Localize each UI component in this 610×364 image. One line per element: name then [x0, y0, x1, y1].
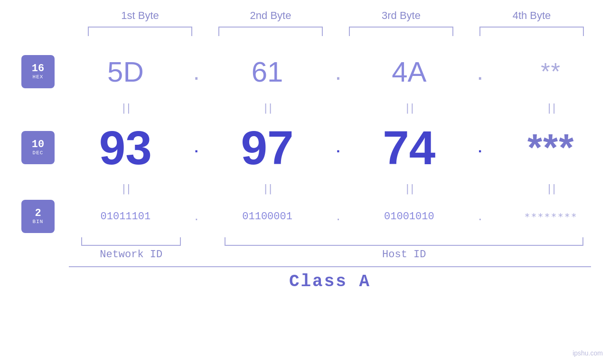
hex-dot-icon-2: .: [335, 58, 342, 85]
bin-b3: 01001010: [384, 211, 434, 223]
eq-spacer-1: [21, 98, 66, 117]
hex-b2-cell: 61: [208, 56, 327, 88]
hex-dot-icon-3: .: [477, 58, 483, 85]
dec-b4: ***: [527, 126, 574, 169]
dec-badge-num: 10: [32, 140, 44, 150]
hex-b3-cell: 4A: [350, 56, 469, 88]
bin-b4-cell: ********: [492, 211, 610, 222]
content-area: 16 HEX 10 DEC 2 BIN: [0, 46, 610, 235]
dec-b2-cell: 97: [208, 121, 327, 175]
watermark: ipshu.com: [572, 349, 603, 357]
byte4-header: 4th Byte: [467, 9, 597, 22]
hex-b1: 5D: [107, 56, 144, 88]
eq-icon-2-3: ||: [404, 182, 414, 194]
bin-b2-cell: 01100001: [208, 211, 327, 223]
byte-headers: 1st Byte 2nd Byte 3rd Byte 4th Byte: [75, 9, 597, 22]
eq1-b2: ||: [208, 102, 327, 113]
hex-row: 5D . 61 . 4A . **: [66, 46, 610, 98]
class-label: Class A: [69, 272, 591, 291]
net-bracket-wrap: [69, 237, 194, 246]
bracket-cell-1: [75, 27, 206, 36]
bracket-top-1: [88, 27, 192, 36]
eq1-b3: ||: [350, 102, 469, 113]
eq-icon-1-2: ||: [263, 102, 272, 113]
dec-b4-cell: ***: [492, 126, 610, 169]
labels-row: Network ID Host ID: [69, 249, 591, 261]
byte1-header: 1st Byte: [75, 9, 206, 22]
dec-row: 93 . 97 . 74 . ***: [66, 117, 610, 178]
main-container: 1st Byte 2nd Byte 3rd Byte 4th Byte 16 H…: [0, 0, 610, 364]
dec-b2: 97: [241, 121, 294, 175]
bracket-spacer1: [194, 237, 217, 246]
bin-row: 01011101 . 01100001 . 01001010 .: [66, 197, 610, 235]
bin-b3-cell: 01001010: [350, 211, 469, 223]
hex-b4-cell: **: [492, 58, 610, 85]
dec-dot-icon-2: .: [336, 140, 340, 156]
hex-badge-label: HEX: [33, 74, 44, 80]
net-bracket: [81, 237, 181, 246]
bin-badge-wrap: 2 BIN: [21, 197, 66, 235]
eq-row-1: || || || ||: [66, 98, 610, 117]
dec-b3: 74: [383, 121, 435, 175]
hex-b2: 61: [252, 56, 283, 88]
eq2-b4: ||: [492, 182, 610, 194]
dec-dot-2: .: [327, 140, 350, 156]
hex-b1-cell: 5D: [66, 56, 185, 88]
bin-dot-icon-3: .: [477, 211, 483, 223]
hex-dot-2: .: [327, 58, 350, 85]
byte3-header: 3rd Byte: [336, 9, 467, 22]
bin-b1: 01011101: [101, 211, 151, 223]
bin-badge-label: BIN: [33, 219, 44, 224]
hex-dot-3: .: [468, 58, 492, 85]
class-section: Class A: [69, 266, 591, 291]
bin-badge-num: 2: [35, 208, 41, 219]
eq-icon-1-1: ||: [121, 102, 131, 113]
dec-dot-1: .: [185, 140, 208, 156]
eq2-b1: ||: [66, 182, 185, 194]
bracket-cell-3: [336, 27, 467, 36]
host-bracket: [225, 237, 583, 246]
dec-b3-cell: 74: [350, 121, 469, 175]
left-badges: 16 HEX 10 DEC 2 BIN: [0, 46, 66, 235]
labels-spacer: [194, 249, 217, 261]
dec-b1: 93: [99, 121, 152, 175]
bin-b1-cell: 01011101: [66, 211, 185, 223]
host-bracket-wrap: [217, 237, 591, 246]
top-brackets: [75, 27, 597, 36]
bin-b2: 01100001: [242, 211, 292, 223]
dec-dot-3: .: [468, 140, 492, 156]
bin-dot-icon-2: .: [335, 211, 341, 223]
hex-b4: **: [541, 58, 561, 85]
eq-spacer-2: [21, 178, 66, 197]
bin-dot-3: .: [468, 211, 492, 223]
eq1-b4: ||: [492, 102, 610, 113]
hex-badge: 16 HEX: [21, 55, 55, 88]
bottom-section: Network ID Host ID Class A: [0, 237, 610, 291]
class-bracket-line: [69, 266, 591, 267]
byte2-header: 2nd Byte: [206, 9, 336, 22]
bin-badge: 2 BIN: [21, 200, 55, 233]
bracket-top-3: [349, 27, 453, 36]
eq-icon-2-2: ||: [263, 182, 272, 194]
right-data: 5D . 61 . 4A . **: [66, 46, 610, 235]
bracket-cell-4: [467, 27, 597, 36]
bracket-cell-2: [206, 27, 336, 36]
dec-badge: 10 DEC: [21, 131, 55, 164]
bin-dot-icon-1: .: [193, 211, 199, 223]
dec-badge-label: DEC: [33, 150, 44, 156]
hex-dot-1: .: [185, 58, 208, 85]
eq-row-2: || || || ||: [66, 178, 610, 197]
hex-b3: 4A: [392, 56, 426, 88]
dec-dot-icon-3: .: [478, 140, 482, 156]
eq1-b1: ||: [66, 102, 185, 113]
eq2-b2: ||: [208, 182, 327, 194]
hex-badge-wrap: 16 HEX: [21, 46, 66, 98]
bottom-brackets: [69, 237, 591, 246]
network-id-label: Network ID: [69, 249, 194, 261]
bracket-top-2: [218, 27, 323, 36]
bin-dot-2: .: [327, 211, 350, 223]
dec-badge-wrap: 10 DEC: [21, 117, 66, 178]
bin-dot-1: .: [185, 211, 208, 223]
eq-icon-2-1: ||: [121, 182, 131, 194]
dec-b1-cell: 93: [66, 121, 185, 175]
